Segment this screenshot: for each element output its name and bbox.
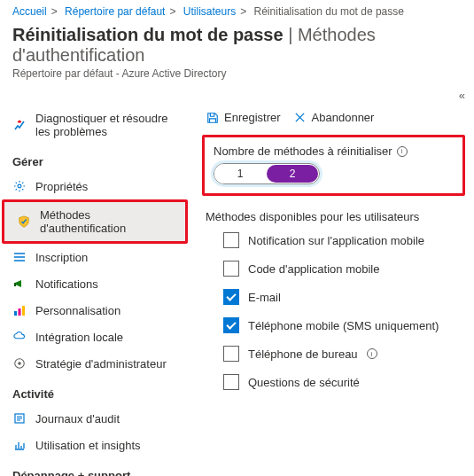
save-button[interactable]: Enregistrer bbox=[206, 111, 281, 124]
sidebar-item-diagnose[interactable]: Diagnostiquer et résoudre les problèmes bbox=[0, 105, 193, 144]
main-panel: Enregistrer Abandonner Nombre de méthode… bbox=[193, 105, 474, 476]
method-row: Téléphone de bureaui bbox=[223, 346, 465, 362]
method-checkbox[interactable] bbox=[223, 346, 239, 362]
breadcrumb-sep: > bbox=[51, 5, 58, 18]
save-label: Enregistrer bbox=[224, 111, 281, 124]
save-icon bbox=[206, 111, 219, 124]
page-title-row: Réinitialisation du mot de passe | Métho… bbox=[0, 21, 474, 67]
svg-point-0 bbox=[18, 184, 21, 188]
reset-count-toggle[interactable]: 1 2 bbox=[214, 163, 320, 184]
collapse-sidebar-button[interactable]: « bbox=[0, 89, 474, 105]
page-title: Réinitialisation du mot de passe bbox=[12, 25, 284, 44]
sidebar-item-properties[interactable]: Propriétés bbox=[0, 173, 193, 199]
cloud-sync-icon bbox=[12, 330, 27, 344]
list-icon bbox=[12, 250, 27, 264]
sidebar-item-label: Stratégie d'administrateur bbox=[35, 357, 167, 371]
bars-icon bbox=[12, 303, 27, 317]
method-label: Téléphone de bureau bbox=[248, 347, 358, 361]
breadcrumb-link[interactable]: Utilisateurs bbox=[183, 5, 236, 18]
method-label: Notification sur l'application mobile bbox=[248, 234, 424, 247]
sidebar-item-auth-methods[interactable]: Méthodes d'authentification bbox=[4, 202, 185, 241]
sidebar-item-label: Utilisation et insights bbox=[35, 439, 141, 452]
method-checkbox[interactable] bbox=[223, 289, 239, 305]
megaphone-icon bbox=[12, 277, 27, 291]
sidebar-item-usage[interactable]: Utilisation et insights bbox=[0, 432, 193, 458]
breadcrumb-link[interactable]: Accueil bbox=[12, 5, 47, 18]
method-checkbox[interactable] bbox=[223, 317, 239, 333]
sidebar-item-label: Méthodes d'authentification bbox=[40, 208, 176, 235]
sidebar-item-label: Inscription bbox=[35, 251, 88, 264]
sidebar-item-label: Propriétés bbox=[35, 180, 88, 193]
method-checkbox[interactable] bbox=[223, 374, 239, 390]
method-label: Code d'application mobile bbox=[248, 262, 379, 276]
svg-point-6 bbox=[18, 362, 21, 365]
sidebar-item-registration[interactable]: Inscription bbox=[0, 244, 193, 270]
svg-rect-1 bbox=[14, 283, 16, 286]
method-label: Téléphone mobile (SMS uniquement) bbox=[248, 319, 439, 332]
sidebar-item-label: Personnalisation bbox=[35, 304, 120, 317]
method-row: Téléphone mobile (SMS uniquement) bbox=[223, 317, 465, 333]
sidebar-item-customization[interactable]: Personnalisation bbox=[0, 297, 193, 324]
sidebar-item-onprem[interactable]: Intégration locale bbox=[0, 324, 193, 350]
breadcrumb-link[interactable]: Répertoire par défaut bbox=[65, 5, 165, 18]
info-icon[interactable]: i bbox=[367, 348, 377, 359]
reset-count-section: Nombre de méthodes à réinitialiser i 1 2 bbox=[202, 135, 465, 196]
methods-heading: Méthodes disponibles pour les utilisateu… bbox=[206, 210, 465, 223]
reset-count-label-text: Nombre de méthodes à réinitialiser bbox=[214, 144, 392, 158]
method-row: Questions de sécurité bbox=[223, 374, 465, 390]
shield-icon bbox=[17, 215, 31, 229]
insights-icon bbox=[12, 438, 27, 452]
breadcrumb-sep: > bbox=[240, 5, 246, 18]
gear-icon bbox=[12, 179, 27, 193]
discard-button[interactable]: Abandonner bbox=[293, 111, 375, 124]
reset-count-opt-2[interactable]: 2 bbox=[267, 165, 318, 183]
page-subtitle: Répertoire par défaut - Azure Active Dir… bbox=[0, 67, 474, 89]
sidebar-item-label: Notifications bbox=[35, 277, 98, 291]
info-icon[interactable]: i bbox=[397, 146, 408, 157]
breadcrumb-current: Réinitialisation du mot de passe bbox=[254, 5, 404, 18]
svg-rect-4 bbox=[22, 306, 25, 316]
sidebar-group-activity: Activité bbox=[0, 377, 193, 405]
method-checkbox[interactable] bbox=[223, 261, 239, 277]
diagnose-icon bbox=[12, 118, 27, 132]
toolbar: Enregistrer Abandonner bbox=[202, 105, 465, 135]
methods-list: Notification sur l'application mobileCod… bbox=[202, 232, 465, 390]
svg-rect-3 bbox=[19, 308, 21, 316]
breadcrumb-sep: > bbox=[169, 5, 175, 18]
sidebar-item-label: Journaux d'audit bbox=[35, 412, 120, 425]
breadcrumb: Accueil> Répertoire par défaut> Utilisat… bbox=[0, 0, 474, 21]
method-label: Questions de sécurité bbox=[248, 376, 360, 389]
sidebar-item-admin-policy[interactable]: Stratégie d'administrateur bbox=[0, 350, 193, 377]
sidebar-item-label: Intégration locale bbox=[35, 331, 123, 344]
sidebar-item-label: Diagnostiquer et résoudre les problèmes bbox=[35, 112, 184, 138]
method-checkbox[interactable] bbox=[223, 232, 239, 248]
method-row: E-mail bbox=[223, 289, 465, 305]
sidebar-item-notifications[interactable]: Notifications bbox=[0, 270, 193, 297]
reset-count-opt-1[interactable]: 1 bbox=[214, 164, 266, 183]
method-label: E-mail bbox=[248, 291, 281, 304]
page-title-sep: | bbox=[284, 25, 298, 44]
policy-icon bbox=[12, 356, 27, 371]
method-row: Notification sur l'application mobile bbox=[223, 232, 465, 248]
close-icon bbox=[293, 111, 307, 124]
sidebar-group-manage: Gérer bbox=[0, 144, 193, 173]
svg-rect-2 bbox=[14, 311, 17, 316]
sidebar-item-audit-logs[interactable]: Journaux d'audit bbox=[0, 405, 193, 432]
sidebar-group-support: Dépannage + support bbox=[0, 458, 193, 476]
method-row: Code d'application mobile bbox=[223, 261, 465, 277]
sidebar: Diagnostiquer et résoudre les problèmes … bbox=[0, 105, 193, 476]
reset-count-label: Nombre de méthodes à réinitialiser i bbox=[214, 144, 454, 158]
log-icon bbox=[12, 411, 27, 425]
discard-label: Abandonner bbox=[312, 111, 375, 124]
